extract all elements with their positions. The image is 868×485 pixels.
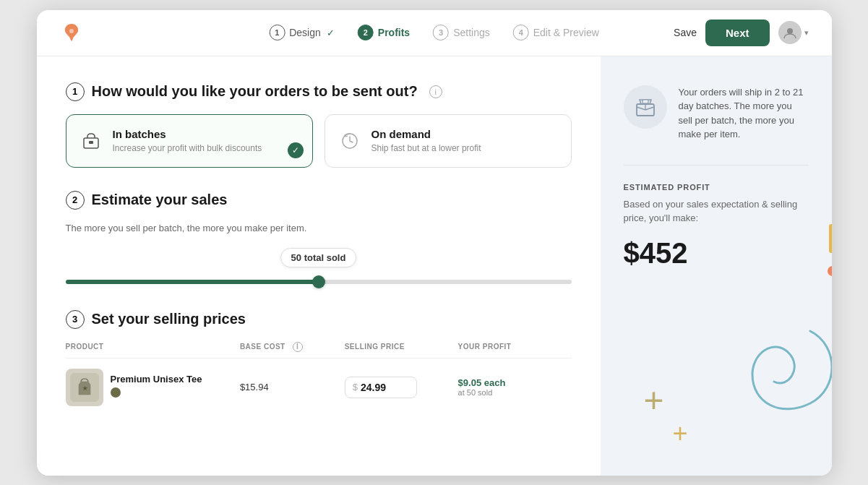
step-num-editpreview: 4 (513, 25, 529, 40)
ondemand-card-content: On demand Ship fast but at a lower profi… (371, 128, 481, 153)
batches-icon (78, 128, 104, 154)
batches-card-content: In batches Increase your profit with bul… (113, 128, 262, 153)
price-table-header: PRODUCT BASE COST i SELLING PRICE YOUR P… (66, 342, 572, 359)
divider (624, 165, 809, 166)
section1-info-icon[interactable]: i (429, 85, 442, 98)
order-cards: In batches Increase your profit with bul… (66, 114, 572, 168)
header-right: Save Next ▾ (674, 20, 808, 46)
selling-price-cell: $ (345, 377, 417, 398)
col-base-cost: BASE COST i (240, 342, 345, 352)
box-icon (624, 85, 667, 129)
svg-rect-3 (89, 141, 93, 144)
step-label-design: Design (289, 27, 321, 38)
chevron-down-icon: ▾ (804, 28, 809, 38)
ship-text: Your orders will ship in 2 to 21 day bat… (679, 85, 809, 142)
order-card-ondemand[interactable]: On demand Ship fast but at a lower profi… (325, 114, 572, 168)
selling-price-input[interactable] (361, 382, 404, 393)
section-order-type: 1 How would you like your orders to be s… (66, 82, 572, 168)
app-window: 1 Design ✓ 2 Profits 3 Settings 4 Edit &… (37, 10, 832, 476)
step-settings[interactable]: 3 Settings (433, 25, 490, 40)
col-product: PRODUCT (66, 342, 240, 352)
estimated-profit-section: ESTIMATED PROFIT Based on your sales exp… (624, 183, 809, 270)
step-editpreview[interactable]: 4 Edit & Preview (513, 25, 599, 40)
table-row: ★ Premium Unisex Tee $15.94 $ (66, 369, 572, 406)
orange-dot-deco (828, 266, 832, 276)
batches-card-title: In batches (113, 128, 262, 140)
section1-header: 1 How would you like your orders to be s… (66, 82, 572, 101)
section2-header: 2 Estimate your sales (66, 191, 572, 210)
step-profits[interactable]: 2 Profits (358, 25, 410, 40)
slider-container: 50 total sold (66, 248, 572, 287)
currency-symbol: $ (353, 382, 358, 392)
product-thumbnail: ★ (66, 369, 103, 406)
ondemand-card-desc: Ship fast but at a lower profit (371, 143, 481, 153)
logo-icon (60, 21, 83, 44)
step-num-profits: 2 (358, 25, 374, 40)
base-cost-value: $15.94 (240, 382, 345, 392)
product-color-dot (111, 387, 121, 398)
base-cost-info-icon[interactable]: i (293, 342, 303, 352)
nav-steps: 1 Design ✓ 2 Profits 3 Settings 4 Edit &… (269, 25, 599, 40)
step-label-profits: Profits (378, 27, 410, 38)
svg-text:★: ★ (82, 385, 87, 392)
price-table: PRODUCT BASE COST i SELLING PRICE YOUR P… (66, 342, 572, 406)
svg-point-0 (69, 29, 74, 33)
profit-amount: $9.05 each (458, 377, 572, 388)
section1-title: How would you like your orders to be sen… (92, 83, 418, 100)
sales-slider[interactable] (66, 280, 572, 284)
step-num-settings: 3 (433, 25, 449, 40)
section3-num: 3 (66, 310, 85, 329)
deco-cross2: + (673, 421, 688, 447)
step-label-settings: Settings (453, 27, 490, 38)
svg-point-1 (787, 28, 793, 34)
section2-num: 2 (66, 191, 85, 210)
product-name: Premium Unisex Tee (111, 374, 202, 385)
section3-title: Set your selling prices (92, 311, 246, 327)
slider-label: 50 total sold (280, 248, 357, 267)
deco-cross1: + (644, 383, 664, 418)
order-card-batches[interactable]: In batches Increase your profit with bul… (66, 114, 313, 168)
col-selling-price: SELLING PRICE (345, 342, 458, 352)
next-button[interactable]: Next (705, 20, 770, 46)
section1-num: 1 (66, 82, 85, 101)
section3-header: 3 Set your selling prices (66, 310, 572, 329)
batches-selected-check: ✓ (288, 142, 304, 158)
step-design[interactable]: 1 Design ✓ (269, 25, 335, 40)
profit-per: at 50 sold (458, 388, 572, 397)
right-panel: Your orders will ship in 2 to 21 day bat… (601, 56, 832, 476)
step-label-editpreview: Edit & Preview (533, 27, 599, 38)
user-avatar-wrapper[interactable]: ▾ (778, 21, 809, 44)
batches-card-desc: Increase your profit with bulk discounts (113, 143, 262, 153)
section-estimate-sales: 2 Estimate your sales The more you sell … (66, 191, 572, 287)
left-panel: 1 How would you like your orders to be s… (37, 56, 601, 476)
est-profit-label: ESTIMATED PROFIT (624, 183, 809, 192)
est-profit-amount: $452 (624, 237, 809, 270)
main-content: 1 How would you like your orders to be s… (37, 56, 832, 476)
ondemand-icon (337, 128, 363, 154)
product-info: Premium Unisex Tee (111, 374, 202, 400)
user-avatar (778, 21, 802, 44)
section2-desc: The more you sell per batch, the more yo… (66, 223, 572, 233)
ondemand-card-title: On demand (371, 128, 481, 140)
yellow-bar-deco (829, 224, 832, 253)
step-check-design: ✓ (327, 27, 335, 38)
product-cell: ★ Premium Unisex Tee (66, 369, 240, 406)
deco-swirl (723, 317, 832, 461)
section2-title: Estimate your sales (92, 192, 228, 208)
svg-rect-9 (643, 100, 648, 103)
ship-info-box: Your orders will ship in 2 to 21 day bat… (624, 85, 809, 142)
col-your-profit: YOUR PROFIT (458, 342, 572, 352)
save-button[interactable]: Save (674, 27, 697, 38)
step-num-design: 1 (269, 25, 285, 40)
est-profit-desc: Based on your sales expectation & sellin… (624, 197, 809, 226)
section-selling-prices: 3 Set your selling prices PRODUCT BASE C… (66, 310, 572, 406)
header: 1 Design ✓ 2 Profits 3 Settings 4 Edit &… (37, 10, 832, 56)
profit-cell: $9.05 each at 50 sold (458, 377, 572, 397)
